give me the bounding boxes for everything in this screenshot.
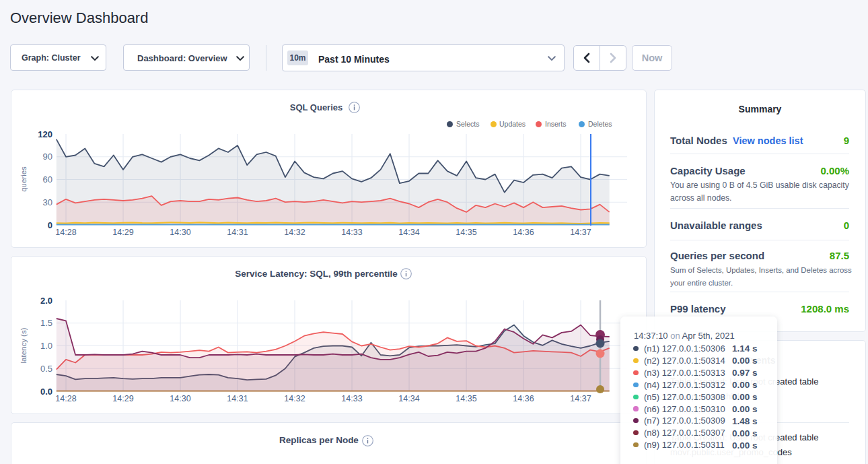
svg-text:14:29: 14:29 xyxy=(112,394,133,403)
svg-text:14:36: 14:36 xyxy=(513,228,534,237)
svg-text:14:29: 14:29 xyxy=(112,228,133,237)
svg-text:90: 90 xyxy=(43,152,52,162)
svg-text:14:34: 14:34 xyxy=(398,394,419,403)
svg-text:14:30: 14:30 xyxy=(170,228,190,237)
svg-text:120: 120 xyxy=(38,129,52,139)
svg-text:14:32: 14:32 xyxy=(284,228,305,237)
svg-text:14:33: 14:33 xyxy=(341,394,362,403)
svg-text:14:37: 14:37 xyxy=(570,394,591,403)
svg-text:14:36: 14:36 xyxy=(513,394,534,403)
svg-text:14:33: 14:33 xyxy=(341,228,362,237)
svg-text:14:31: 14:31 xyxy=(227,394,248,403)
svg-text:1.0: 1.0 xyxy=(40,341,52,351)
svg-text:14:34: 14:34 xyxy=(398,228,419,237)
svg-text:0.5: 0.5 xyxy=(40,364,52,374)
svg-text:14:28: 14:28 xyxy=(55,394,76,403)
svg-text:1.5: 1.5 xyxy=(40,318,52,328)
svg-text:14:32: 14:32 xyxy=(284,394,305,403)
svg-text:14:35: 14:35 xyxy=(456,394,476,403)
svg-text:latency (s): latency (s) xyxy=(20,327,28,363)
svg-text:30: 30 xyxy=(43,197,52,207)
svg-text:0: 0 xyxy=(48,220,52,230)
svg-text:14:31: 14:31 xyxy=(227,228,248,237)
svg-text:14:30: 14:30 xyxy=(170,394,190,403)
svg-text:60: 60 xyxy=(43,174,52,185)
svg-text:14:37: 14:37 xyxy=(570,228,591,237)
svg-text:14:28: 14:28 xyxy=(55,228,76,237)
svg-text:14:35: 14:35 xyxy=(456,228,476,237)
svg-text:2.0: 2.0 xyxy=(40,296,52,306)
svg-text:0.0: 0.0 xyxy=(40,387,52,397)
svg-text:queries: queries xyxy=(20,166,28,192)
